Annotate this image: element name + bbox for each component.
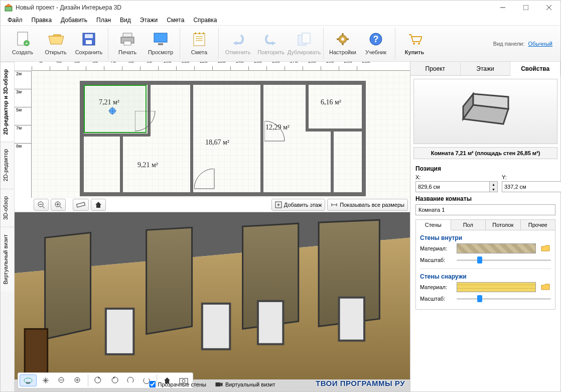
menu-add[interactable]: Добавить	[57, 16, 91, 25]
redo-icon	[263, 31, 279, 47]
room-area-4: 18,67 м²	[205, 139, 229, 147]
maximize-button[interactable]	[514, 1, 537, 15]
redo-button[interactable]: Повторить	[255, 28, 287, 59]
floor-plan[interactable]: 7,21 м² 6,16 м² 12,29 м² 18,67 м² 9,21 м…	[60, 71, 376, 196]
svg-marker-24	[233, 41, 237, 45]
panel-mode-link[interactable]: Обычный	[528, 41, 552, 47]
minimize-button[interactable]	[491, 1, 514, 15]
measure-button[interactable]	[73, 199, 89, 211]
svg-marker-58	[45, 232, 91, 339]
close-button[interactable]	[537, 1, 560, 15]
menu-view[interactable]: Вид	[116, 16, 135, 25]
svg-point-37	[418, 43, 420, 45]
pan-button[interactable]	[39, 374, 53, 386]
svg-rect-63	[202, 304, 230, 349]
tab-2d[interactable]: 2D-редактор	[1, 142, 14, 188]
subtab-floor[interactable]: Пол	[451, 220, 486, 230]
rotate-up[interactable]	[123, 374, 137, 386]
save-button[interactable]: Сохранить	[73, 28, 105, 59]
folder-open-icon	[48, 31, 64, 47]
duplicate-icon	[296, 31, 312, 47]
y-input[interactable]: ▲▼	[502, 181, 561, 192]
menu-help[interactable]: Справка	[189, 16, 221, 25]
tab-3d[interactable]: 3D-обзор	[1, 189, 14, 227]
subtab-ceiling[interactable]: Потолок	[486, 220, 521, 230]
svg-text:?: ?	[373, 34, 379, 44]
monitor-icon	[153, 31, 169, 47]
virtual-visit-button[interactable]: Виртуальный визит	[215, 381, 275, 387]
cart-icon	[406, 31, 423, 47]
open-button[interactable]: Открыть	[40, 28, 72, 59]
toolbar: +Создать Открыть Сохранить Печать Просмо…	[1, 26, 560, 62]
svg-marker-1	[5, 4, 12, 7]
plan-toolbar: Добавить этаж Показывать все размеры	[32, 198, 410, 212]
svg-point-29	[341, 38, 344, 41]
inner-material-swatch[interactable]	[457, 243, 536, 253]
show-dimensions-button[interactable]: Показывать все размеры	[327, 199, 408, 211]
svg-marker-80	[221, 382, 223, 386]
svg-rect-21	[195, 33, 196, 34]
tab-properties[interactable]: Свойства	[510, 62, 560, 76]
left-tabs: 2D-редактор и 3D-обзор 2D-редактор 3D-об…	[1, 62, 15, 391]
inner-material-browse[interactable]	[540, 243, 551, 253]
outer-material-browse[interactable]	[540, 282, 551, 292]
zoom-out-button[interactable]	[34, 199, 49, 211]
tab-virtual[interactable]: Виртуальный визит	[1, 227, 14, 292]
x-input[interactable]: ▲▼	[415, 181, 498, 192]
notepad-icon	[191, 31, 207, 47]
outer-material-swatch[interactable]	[457, 282, 536, 292]
orbit-button[interactable]: 360	[20, 374, 37, 386]
buy-button[interactable]: Купить	[398, 28, 431, 59]
menu-file[interactable]: Файл	[4, 16, 27, 25]
transparent-walls-checkbox[interactable]: Прозрачные стены	[149, 381, 206, 387]
svg-rect-16	[158, 43, 163, 45]
tutorial-button[interactable]: ?Учебник	[360, 28, 392, 59]
menu-plan[interactable]: План	[92, 16, 115, 25]
menu-edit[interactable]: Правка	[28, 16, 56, 25]
zoom-out-3d[interactable]	[55, 374, 69, 386]
rotate-left[interactable]	[91, 374, 105, 386]
tab-floors[interactable]: Этажи	[461, 62, 511, 75]
tab-project[interactable]: Проект	[410, 62, 461, 75]
svg-rect-65	[339, 298, 365, 341]
menu-floors[interactable]: Этажи	[136, 16, 162, 25]
menu-estimate[interactable]: Смета	[163, 16, 188, 25]
room-name-input[interactable]	[415, 204, 555, 215]
svg-text:360: 360	[26, 381, 31, 384]
tab-2d-3d[interactable]: 2D-редактор и 3D-обзор	[1, 62, 14, 142]
home-button[interactable]	[91, 199, 106, 211]
estimate-button[interactable]: Смета	[183, 28, 215, 59]
view-3d[interactable]: 360 Прозрачные стены Виртуальный визит	[15, 212, 410, 391]
svg-text:+: +	[25, 41, 28, 46]
svg-rect-12	[123, 33, 132, 37]
svg-rect-10	[85, 34, 93, 38]
panel-mode: Вид панели: Обычный	[493, 41, 557, 47]
subtab-other[interactable]: Прочее	[521, 220, 555, 230]
duplicate-button[interactable]: Дублировать	[288, 28, 320, 59]
svg-marker-59	[147, 227, 192, 334]
svg-rect-48	[76, 202, 85, 207]
inner-scale-slider[interactable]	[457, 255, 551, 265]
undo-button[interactable]: Отменить	[222, 28, 254, 59]
print-button[interactable]: Печать	[111, 28, 144, 59]
svg-rect-79	[216, 382, 221, 386]
zoom-in-3d[interactable]	[71, 374, 85, 386]
room-info: Комната 7,21 м² (площадь стен 26,85 м²)	[413, 147, 557, 159]
svg-rect-62	[106, 309, 134, 354]
settings-button[interactable]: Настройки	[327, 28, 359, 59]
create-button[interactable]: +Создать	[7, 28, 39, 59]
plan-2d[interactable]: м4м5м6м7м8м9м10м11м12м13м14м15м16м17м18м…	[15, 62, 410, 212]
preview-button[interactable]: Просмотр	[145, 28, 177, 59]
properties-panel: Проект Этажи Свойства Комната 7,21 м² (п…	[410, 62, 560, 391]
add-floor-button[interactable]: Добавить этаж	[271, 199, 325, 211]
rotate-right[interactable]	[107, 374, 121, 386]
svg-rect-3	[523, 5, 528, 10]
floppy-icon	[81, 31, 97, 47]
room-area-2: 6,16 м²	[321, 98, 341, 106]
subtab-walls[interactable]: Стены	[416, 220, 451, 230]
room-preview	[413, 79, 557, 144]
zoom-in-button[interactable]	[51, 199, 66, 211]
outer-scale-slider[interactable]	[457, 294, 551, 303]
new-doc-icon: +	[15, 31, 31, 47]
svg-rect-11	[86, 40, 92, 44]
